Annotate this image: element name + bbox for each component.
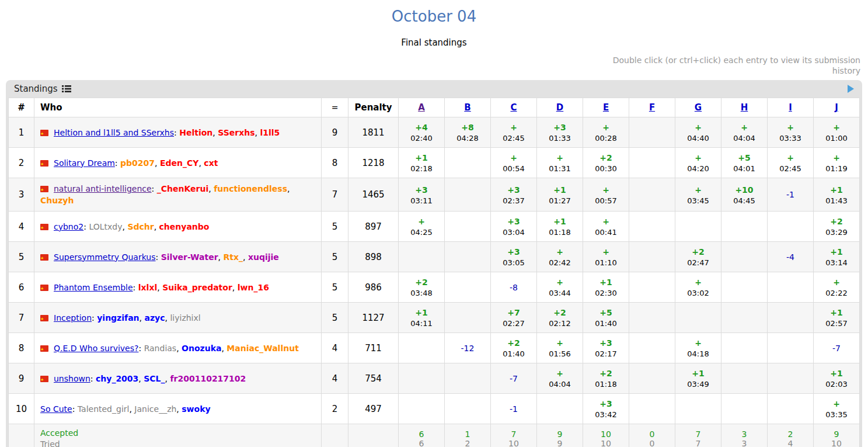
team-link[interactable]: Solitary Dream	[54, 158, 115, 168]
accepted-cell[interactable]: +402:40	[399, 117, 445, 148]
accepted-cell[interactable]: +302:17	[583, 333, 629, 363]
team-cell: Solitary Dream: pb0207, Eden_CY, cxt	[34, 148, 322, 178]
empty-cell	[721, 303, 768, 333]
standings-table: # Who = Penalty ABCDEFGHIJ 1Heltion and …	[8, 98, 860, 447]
accepted-cell[interactable]: +00:41	[583, 212, 629, 242]
accepted-cell[interactable]: +04:18	[675, 333, 721, 363]
accepted-cell[interactable]: +02:42	[537, 242, 583, 272]
team-link[interactable]: natural anti-intelligence	[54, 184, 152, 193]
accepted-cell[interactable]: +102:03	[814, 363, 860, 394]
accepted-cell[interactable]: +01:31	[537, 148, 583, 178]
accepted-cell[interactable]: +00:57	[583, 178, 629, 212]
accepted-cell[interactable]: +201:40	[491, 333, 537, 363]
problem-letter-link[interactable]: F	[649, 102, 655, 113]
accepted-cell[interactable]: +202:12	[537, 303, 583, 333]
accepted-cell[interactable]: +102:30	[583, 272, 629, 303]
problem-letter-link[interactable]: I	[789, 102, 792, 113]
team-link[interactable]: cybno2	[54, 222, 83, 231]
member-handle: SCL_	[144, 374, 165, 383]
page-subtitle: Final standings	[0, 37, 868, 48]
team-link[interactable]: Heltion and l1ll5 and SSerxhs	[54, 128, 174, 137]
problem-letter-link[interactable]: D	[556, 102, 563, 113]
accepted-cell[interactable]: +04:40	[675, 117, 721, 148]
accepted-cell[interactable]: +303:42	[583, 394, 629, 424]
problem-letter-link[interactable]: G	[695, 102, 702, 113]
accepted-cell[interactable]: +02:45	[491, 117, 537, 148]
accepted-cell[interactable]: +04:04	[721, 117, 768, 148]
team-link[interactable]: Phantom Ensemble	[54, 283, 133, 292]
accepted-cell[interactable]: +01:56	[537, 333, 583, 363]
accepted-cell[interactable]: +104:11	[399, 303, 445, 333]
accepted-cell[interactable]: +03:02	[675, 272, 721, 303]
problem-letter-link[interactable]: H	[741, 102, 748, 113]
empty-cell	[399, 242, 445, 272]
team-link[interactable]: Supersymmetry Quarkus	[54, 252, 156, 262]
accepted-cell[interactable]: +303:11	[399, 178, 445, 212]
accepted-cell[interactable]: +101:43	[814, 178, 860, 212]
team-link[interactable]: unshown	[54, 374, 90, 383]
accepted-cell[interactable]: +04:04	[537, 363, 583, 394]
accepted-cell[interactable]: +102:18	[399, 148, 445, 178]
accepted-cell[interactable]: +804:28	[445, 117, 491, 148]
accepted-cell[interactable]: +203:48	[399, 272, 445, 303]
solved-count-cell: 4	[322, 363, 348, 394]
rejected-cell[interactable]: -7	[491, 363, 537, 394]
rejected-cell[interactable]: -12	[445, 333, 491, 363]
team-link[interactable]: Inception	[54, 313, 92, 323]
team-link[interactable]: So Cute	[40, 404, 72, 414]
empty-cell	[675, 303, 721, 333]
accepted-cell[interactable]: +202:47	[675, 242, 721, 272]
accepted-cell[interactable]: +02:45	[768, 148, 814, 178]
rejected-cell[interactable]: -8	[491, 272, 537, 303]
accepted-cell[interactable]: +03:44	[537, 272, 583, 303]
rejected-cell[interactable]: -1	[491, 394, 537, 424]
penalty-cell: 1811	[348, 117, 399, 148]
accepted-cell[interactable]: +504:01	[721, 148, 768, 178]
accepted-cell[interactable]: +303:04	[491, 212, 537, 242]
accepted-cell[interactable]: +02:22	[814, 272, 860, 303]
problem-letter-link[interactable]: B	[464, 102, 470, 113]
accepted-cell[interactable]: +03:33	[768, 117, 814, 148]
member-handle: Silver-Water	[161, 252, 218, 262]
problem-letter-link[interactable]: A	[418, 102, 425, 113]
accepted-cell[interactable]: +101:18	[537, 212, 583, 242]
accepted-cell[interactable]: +01:19	[814, 148, 860, 178]
accepted-cell[interactable]: +200:30	[583, 148, 629, 178]
accepted-cell[interactable]: +04:20	[675, 148, 721, 178]
team-cell: Q.E.D Who survives?: Randias, Onozuka, M…	[34, 333, 322, 363]
accepted-cell[interactable]: +201:18	[583, 363, 629, 394]
accepted-cell[interactable]: +03:35	[814, 394, 860, 424]
accepted-cell[interactable]: +301:33	[537, 117, 583, 148]
accepted-cell[interactable]: +303:05	[491, 242, 537, 272]
play-icon[interactable]	[848, 85, 854, 93]
problem-letter-link[interactable]: J	[835, 102, 838, 113]
accepted-cell[interactable]: +101:27	[537, 178, 583, 212]
empty-cell	[399, 333, 445, 363]
accepted-cell[interactable]: +103:49	[675, 363, 721, 394]
rank-cell: 10	[9, 394, 34, 424]
accepted-cell[interactable]: +102:57	[814, 303, 860, 333]
standings-row: 6Phantom Ensemble: lxlxl, Suika_predator…	[9, 272, 860, 303]
accepted-cell[interactable]: +702:27	[491, 303, 537, 333]
accepted-cell[interactable]: +103:14	[814, 242, 860, 272]
penalty-cell: 711	[348, 333, 399, 363]
accepted-cell[interactable]: +01:10	[583, 242, 629, 272]
accepted-cell[interactable]: +1004:45	[721, 178, 768, 212]
accepted-cell[interactable]: +01:00	[814, 117, 860, 148]
accepted-cell[interactable]: +302:37	[491, 178, 537, 212]
accepted-cell[interactable]: +203:29	[814, 212, 860, 242]
member-handle: lxlxl	[138, 283, 157, 292]
accepted-cell[interactable]: +00:54	[491, 148, 537, 178]
problem-letter-link[interactable]: E	[603, 102, 609, 113]
rejected-cell[interactable]: -7	[814, 333, 860, 363]
accepted-cell[interactable]: +00:28	[583, 117, 629, 148]
accepted-cell[interactable]: +04:25	[399, 212, 445, 242]
rejected-cell[interactable]: -1	[768, 178, 814, 212]
accepted-cell[interactable]: +501:40	[583, 303, 629, 333]
accepted-cell[interactable]: +03:45	[675, 178, 721, 212]
empty-cell	[629, 272, 675, 303]
team-cell: Heltion and l1ll5 and SSerxhs: Heltion, …	[34, 117, 322, 148]
problem-letter-link[interactable]: C	[510, 102, 517, 113]
rejected-cell[interactable]: -4	[768, 242, 814, 272]
team-link[interactable]: Q.E.D Who survives?	[54, 344, 138, 353]
